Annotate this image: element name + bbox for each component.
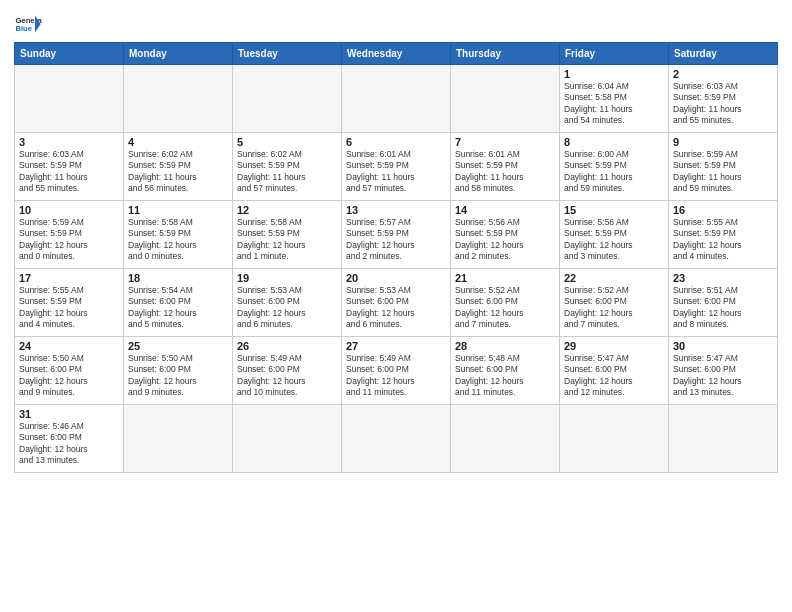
day-info: Sunrise: 5:57 AM Sunset: 5:59 PM Dayligh… — [346, 217, 446, 263]
day-info: Sunrise: 5:59 AM Sunset: 5:59 PM Dayligh… — [673, 149, 773, 195]
calendar-cell — [124, 405, 233, 473]
day-info: Sunrise: 5:47 AM Sunset: 6:00 PM Dayligh… — [564, 353, 664, 399]
day-info: Sunrise: 5:58 AM Sunset: 5:59 PM Dayligh… — [128, 217, 228, 263]
calendar-cell — [233, 405, 342, 473]
day-info: Sunrise: 6:01 AM Sunset: 5:59 PM Dayligh… — [455, 149, 555, 195]
calendar-cell: 21Sunrise: 5:52 AM Sunset: 6:00 PM Dayli… — [451, 269, 560, 337]
weekday-header-tuesday: Tuesday — [233, 43, 342, 65]
day-number: 25 — [128, 340, 228, 352]
day-number: 27 — [346, 340, 446, 352]
calendar-cell: 20Sunrise: 5:53 AM Sunset: 6:00 PM Dayli… — [342, 269, 451, 337]
calendar-cell: 31Sunrise: 5:46 AM Sunset: 6:00 PM Dayli… — [15, 405, 124, 473]
day-info: Sunrise: 5:49 AM Sunset: 6:00 PM Dayligh… — [237, 353, 337, 399]
day-number: 24 — [19, 340, 119, 352]
day-info: Sunrise: 6:00 AM Sunset: 5:59 PM Dayligh… — [564, 149, 664, 195]
weekday-header-monday: Monday — [124, 43, 233, 65]
day-number: 3 — [19, 136, 119, 148]
day-number: 6 — [346, 136, 446, 148]
calendar-cell — [15, 65, 124, 133]
weekday-header-friday: Friday — [560, 43, 669, 65]
calendar-cell: 14Sunrise: 5:56 AM Sunset: 5:59 PM Dayli… — [451, 201, 560, 269]
week-row-2: 10Sunrise: 5:59 AM Sunset: 5:59 PM Dayli… — [15, 201, 778, 269]
calendar-cell: 18Sunrise: 5:54 AM Sunset: 6:00 PM Dayli… — [124, 269, 233, 337]
day-number: 2 — [673, 68, 773, 80]
calendar-cell: 15Sunrise: 5:56 AM Sunset: 5:59 PM Dayli… — [560, 201, 669, 269]
day-info: Sunrise: 5:48 AM Sunset: 6:00 PM Dayligh… — [455, 353, 555, 399]
calendar-cell — [342, 405, 451, 473]
calendar-cell: 19Sunrise: 5:53 AM Sunset: 6:00 PM Dayli… — [233, 269, 342, 337]
day-number: 28 — [455, 340, 555, 352]
weekday-header-wednesday: Wednesday — [342, 43, 451, 65]
day-number: 5 — [237, 136, 337, 148]
calendar-cell: 16Sunrise: 5:55 AM Sunset: 5:59 PM Dayli… — [669, 201, 778, 269]
day-info: Sunrise: 6:03 AM Sunset: 5:59 PM Dayligh… — [19, 149, 119, 195]
calendar-cell — [669, 405, 778, 473]
day-number: 16 — [673, 204, 773, 216]
calendar-cell: 24Sunrise: 5:50 AM Sunset: 6:00 PM Dayli… — [15, 337, 124, 405]
calendar-cell — [451, 405, 560, 473]
page: General Blue SundayMondayTuesdayWednesda… — [0, 0, 792, 612]
calendar-table: SundayMondayTuesdayWednesdayThursdayFrid… — [14, 42, 778, 473]
day-number: 13 — [346, 204, 446, 216]
day-number: 17 — [19, 272, 119, 284]
calendar-cell: 22Sunrise: 5:52 AM Sunset: 6:00 PM Dayli… — [560, 269, 669, 337]
day-number: 9 — [673, 136, 773, 148]
calendar-cell: 11Sunrise: 5:58 AM Sunset: 5:59 PM Dayli… — [124, 201, 233, 269]
calendar-cell: 17Sunrise: 5:55 AM Sunset: 5:59 PM Dayli… — [15, 269, 124, 337]
week-row-0: 1Sunrise: 6:04 AM Sunset: 5:58 PM Daylig… — [15, 65, 778, 133]
day-number: 29 — [564, 340, 664, 352]
day-info: Sunrise: 6:04 AM Sunset: 5:58 PM Dayligh… — [564, 81, 664, 127]
day-number: 15 — [564, 204, 664, 216]
calendar-cell: 27Sunrise: 5:49 AM Sunset: 6:00 PM Dayli… — [342, 337, 451, 405]
day-number: 21 — [455, 272, 555, 284]
week-row-5: 31Sunrise: 5:46 AM Sunset: 6:00 PM Dayli… — [15, 405, 778, 473]
day-info: Sunrise: 5:55 AM Sunset: 5:59 PM Dayligh… — [673, 217, 773, 263]
day-info: Sunrise: 6:02 AM Sunset: 5:59 PM Dayligh… — [237, 149, 337, 195]
calendar-cell — [124, 65, 233, 133]
calendar-cell: 26Sunrise: 5:49 AM Sunset: 6:00 PM Dayli… — [233, 337, 342, 405]
calendar-cell: 7Sunrise: 6:01 AM Sunset: 5:59 PM Daylig… — [451, 133, 560, 201]
day-number: 23 — [673, 272, 773, 284]
day-number: 8 — [564, 136, 664, 148]
calendar-cell — [342, 65, 451, 133]
day-number: 7 — [455, 136, 555, 148]
day-info: Sunrise: 5:55 AM Sunset: 5:59 PM Dayligh… — [19, 285, 119, 331]
day-info: Sunrise: 5:46 AM Sunset: 6:00 PM Dayligh… — [19, 421, 119, 467]
day-number: 14 — [455, 204, 555, 216]
calendar-cell: 10Sunrise: 5:59 AM Sunset: 5:59 PM Dayli… — [15, 201, 124, 269]
calendar-cell: 8Sunrise: 6:00 AM Sunset: 5:59 PM Daylig… — [560, 133, 669, 201]
day-info: Sunrise: 5:59 AM Sunset: 5:59 PM Dayligh… — [19, 217, 119, 263]
header-area: General Blue — [14, 10, 778, 38]
day-number: 20 — [346, 272, 446, 284]
weekday-header-thursday: Thursday — [451, 43, 560, 65]
day-number: 12 — [237, 204, 337, 216]
week-row-4: 24Sunrise: 5:50 AM Sunset: 6:00 PM Dayli… — [15, 337, 778, 405]
calendar-cell: 13Sunrise: 5:57 AM Sunset: 5:59 PM Dayli… — [342, 201, 451, 269]
calendar-cell: 25Sunrise: 5:50 AM Sunset: 6:00 PM Dayli… — [124, 337, 233, 405]
day-number: 11 — [128, 204, 228, 216]
calendar-cell — [451, 65, 560, 133]
day-info: Sunrise: 5:54 AM Sunset: 6:00 PM Dayligh… — [128, 285, 228, 331]
calendar-cell: 6Sunrise: 6:01 AM Sunset: 5:59 PM Daylig… — [342, 133, 451, 201]
day-info: Sunrise: 5:52 AM Sunset: 6:00 PM Dayligh… — [455, 285, 555, 331]
day-info: Sunrise: 5:56 AM Sunset: 5:59 PM Dayligh… — [564, 217, 664, 263]
day-info: Sunrise: 5:47 AM Sunset: 6:00 PM Dayligh… — [673, 353, 773, 399]
calendar-cell — [560, 405, 669, 473]
calendar-cell: 4Sunrise: 6:02 AM Sunset: 5:59 PM Daylig… — [124, 133, 233, 201]
day-info: Sunrise: 5:50 AM Sunset: 6:00 PM Dayligh… — [128, 353, 228, 399]
day-number: 4 — [128, 136, 228, 148]
day-info: Sunrise: 5:51 AM Sunset: 6:00 PM Dayligh… — [673, 285, 773, 331]
day-info: Sunrise: 5:56 AM Sunset: 5:59 PM Dayligh… — [455, 217, 555, 263]
day-number: 30 — [673, 340, 773, 352]
day-number: 19 — [237, 272, 337, 284]
day-info: Sunrise: 5:58 AM Sunset: 5:59 PM Dayligh… — [237, 217, 337, 263]
calendar-cell: 5Sunrise: 6:02 AM Sunset: 5:59 PM Daylig… — [233, 133, 342, 201]
calendar-cell: 23Sunrise: 5:51 AM Sunset: 6:00 PM Dayli… — [669, 269, 778, 337]
calendar-cell: 3Sunrise: 6:03 AM Sunset: 5:59 PM Daylig… — [15, 133, 124, 201]
logo: General Blue — [14, 10, 42, 38]
weekday-header-saturday: Saturday — [669, 43, 778, 65]
day-number: 1 — [564, 68, 664, 80]
weekday-header-row: SundayMondayTuesdayWednesdayThursdayFrid… — [15, 43, 778, 65]
calendar-cell: 2Sunrise: 6:03 AM Sunset: 5:59 PM Daylig… — [669, 65, 778, 133]
day-info: Sunrise: 6:01 AM Sunset: 5:59 PM Dayligh… — [346, 149, 446, 195]
